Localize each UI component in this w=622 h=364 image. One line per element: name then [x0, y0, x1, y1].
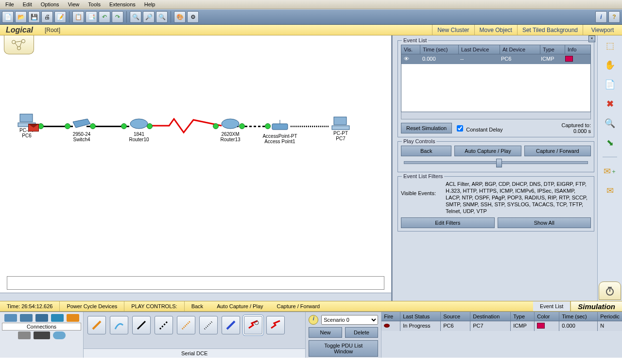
topology-canvas[interactable]: PC-PT PC6 2950-24 Switch4 1841 Router10 …: [0, 35, 391, 293]
logical-view-icon[interactable]: [4, 35, 34, 54]
event-row[interactable]: 👁 0.000 -- PC6 ICMP: [401, 54, 590, 64]
scenario-delete-button[interactable]: Delete: [345, 327, 379, 338]
scenario-select[interactable]: Scenario 0: [321, 315, 378, 325]
edit-filters-button[interactable]: Edit Filters: [401, 217, 495, 228]
toggle-pdu-list-button[interactable]: Toggle PDU List Window: [309, 340, 378, 357]
connections-category-icon[interactable]: [67, 314, 79, 322]
col-vis[interactable]: Vis.: [401, 45, 420, 54]
simulation-mode-label[interactable]: Simulation: [570, 301, 622, 311]
viewport-button[interactable]: Viewport: [583, 25, 622, 35]
col-fire[interactable]: Fire: [381, 312, 400, 321]
menu-tools[interactable]: Tools: [85, 1, 104, 8]
fiber-connection-icon[interactable]: [177, 316, 195, 334]
event-list-body[interactable]: 👁 0.000 -- PC6 ICMP: [401, 54, 591, 112]
pdu-row[interactable]: In Progress PC6 PC7 ICMP 0.000 N: [381, 321, 622, 331]
move-object-button[interactable]: Move Object: [474, 25, 517, 35]
open-icon[interactable]: 📂: [15, 11, 27, 23]
inspect-tool-icon[interactable]: 🔍: [603, 118, 617, 129]
paste-icon[interactable]: 📑: [86, 11, 97, 23]
switches-category-icon[interactable]: [20, 314, 33, 322]
simulation-mode-tab[interactable]: [599, 281, 621, 300]
device-accesspoint1[interactable]: AccessPoint-PT Access Point1: [260, 119, 299, 144]
serial-dte-icon[interactable]: [266, 316, 285, 334]
visibility-eye-icon[interactable]: 👁: [401, 54, 420, 64]
info-icon[interactable]: i: [595, 11, 607, 23]
fire-indicator-icon[interactable]: [384, 324, 390, 328]
hand-tool-icon[interactable]: ✋: [603, 60, 617, 70]
col-last-status[interactable]: Last Status: [400, 312, 441, 321]
logical-tab[interactable]: Logical: [0, 26, 39, 34]
show-all-button[interactable]: Show All: [498, 217, 591, 228]
auto-capture-button[interactable]: Auto Capture / Play: [454, 146, 521, 156]
menu-options[interactable]: Options: [37, 1, 63, 8]
breadcrumb-root[interactable]: [Root]: [39, 27, 66, 33]
zoom-in-icon[interactable]: 🔍: [130, 11, 141, 23]
routers-category-icon[interactable]: [4, 314, 17, 322]
wireless-category-icon[interactable]: [51, 314, 64, 322]
palette-icon[interactable]: 🎨: [174, 11, 186, 23]
set-tiled-bg-button[interactable]: Set Tiled Background: [517, 25, 583, 35]
help-icon[interactable]: ?: [608, 11, 620, 23]
end-devices-icon[interactable]: [18, 331, 31, 339]
col-destination[interactable]: Destination: [470, 312, 511, 321]
scenario-new-button[interactable]: New: [309, 327, 342, 338]
wan-emulation-icon[interactable]: [34, 331, 50, 339]
footer-forward-button[interactable]: Capture / Forward: [270, 301, 327, 311]
col-color[interactable]: Color: [535, 312, 559, 321]
menu-help[interactable]: Help: [141, 1, 159, 8]
col-periodic[interactable]: Periodic: [598, 312, 622, 321]
undo-icon[interactable]: ↶: [99, 11, 110, 23]
crossover-connection-icon[interactable]: [155, 316, 173, 334]
power-cycle-button[interactable]: Power Cycle Devices: [60, 301, 124, 311]
reset-simulation-button[interactable]: Reset Simulation: [401, 123, 452, 133]
wizard-icon[interactable]: 📝: [54, 11, 66, 23]
copy-icon[interactable]: 📋: [72, 11, 84, 23]
col-info[interactable]: Info: [565, 45, 590, 54]
footer-event-list-button[interactable]: Event List: [533, 301, 570, 311]
custom-icon[interactable]: [53, 331, 66, 339]
hubs-category-icon[interactable]: [35, 314, 48, 322]
footer-back-button[interactable]: Back: [185, 301, 210, 311]
constant-delay-checkbox[interactable]: Constant Delay: [455, 124, 502, 133]
capture-forward-button[interactable]: Capture / Forward: [524, 146, 591, 156]
device-router10[interactable]: 1841 Router10: [124, 117, 154, 142]
save-icon[interactable]: 💾: [28, 11, 40, 23]
event-color-icon[interactable]: [565, 56, 573, 62]
device-router13[interactable]: 2620XM Router13: [216, 117, 245, 142]
col-pdu-time[interactable]: Time (sec): [559, 312, 598, 321]
delete-tool-icon[interactable]: ✖: [603, 99, 617, 109]
slider-thumb[interactable]: [496, 159, 502, 167]
straight-connection-icon[interactable]: [132, 316, 151, 334]
event-list-scrollbar[interactable]: [401, 112, 591, 119]
resize-tool-icon[interactable]: ⬊: [603, 137, 617, 148]
phone-connection-icon[interactable]: [199, 316, 218, 334]
scenario-info-icon[interactable]: i: [309, 315, 318, 325]
menu-view[interactable]: View: [65, 1, 83, 8]
add-simple-pdu-icon[interactable]: ✉＋: [603, 166, 617, 177]
col-type[interactable]: Type: [540, 45, 565, 54]
select-tool-icon[interactable]: ⬚: [603, 40, 617, 51]
zoom-out-icon[interactable]: 🔍: [156, 11, 168, 23]
canvas-scrollbar[interactable]: [0, 293, 391, 301]
col-pdu-type[interactable]: Type: [511, 312, 535, 321]
redo-icon[interactable]: ↷: [112, 11, 123, 23]
col-at[interactable]: At Device: [500, 45, 540, 54]
device-pc7[interactable]: PC-PT PC7: [328, 116, 353, 141]
footer-auto-button[interactable]: Auto Capture / Play: [210, 301, 270, 311]
menu-edit[interactable]: Edit: [19, 1, 35, 8]
col-source[interactable]: Source: [441, 312, 470, 321]
col-last[interactable]: Last Device: [459, 45, 500, 54]
device-pc6[interactable]: PC-PT PC6: [15, 113, 39, 138]
note-input[interactable]: [7, 276, 384, 290]
device-switch4[interactable]: 2950-24 Switch4: [67, 117, 96, 142]
add-complex-pdu-icon[interactable]: ✉: [603, 185, 617, 196]
menu-file[interactable]: File: [2, 1, 17, 8]
pdu-envelope-icon[interactable]: [28, 124, 39, 132]
menu-extensions[interactable]: Extensions: [106, 1, 139, 8]
note-tool-icon[interactable]: 📄: [603, 79, 617, 90]
console-connection-icon[interactable]: [110, 316, 128, 334]
serial-dce-icon[interactable]: [244, 316, 262, 334]
custom-device-icon[interactable]: ⚙: [187, 11, 199, 23]
print-icon[interactable]: 🖨: [41, 11, 53, 23]
auto-connection-icon[interactable]: [87, 316, 106, 334]
